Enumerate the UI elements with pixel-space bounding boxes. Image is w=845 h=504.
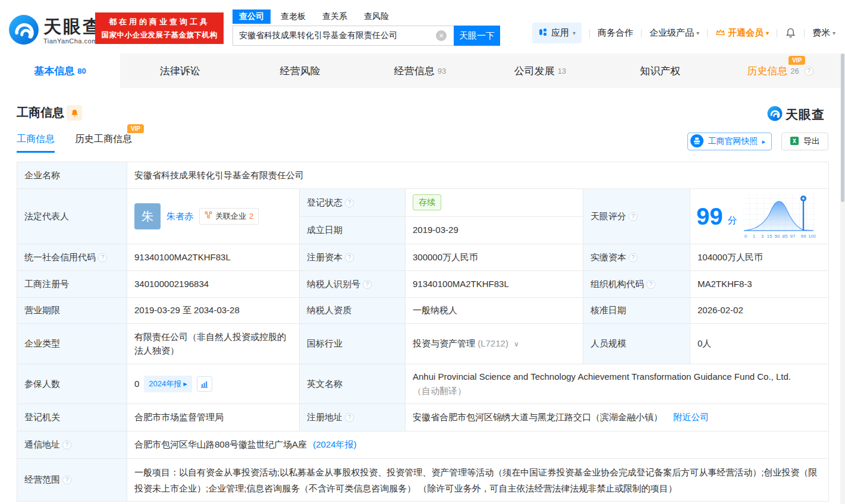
tab-count: 93	[438, 67, 446, 75]
reg-address-cell: 安徽省合肥市包河区锦绣大道与黑龙江路交口（滨湖金融小镇） 附近公司	[406, 404, 829, 431]
trend-chart-button[interactable]	[197, 376, 212, 392]
table-row: 企业类型 有限责任公司（非自然人投资或控股的法人独资） 国标行业 投资与资产管理…	[17, 324, 829, 364]
export-label: 导出	[803, 136, 820, 147]
annual-report-link[interactable]: (2024年报)	[313, 439, 356, 449]
field-label: 注册地址?	[300, 404, 406, 431]
tab-intellectual-property[interactable]: 知识产权	[600, 53, 720, 88]
field-label: 组织机构代码?	[583, 271, 690, 298]
help-icon[interactable]: ?	[629, 212, 637, 221]
search-tab-boss[interactable]: 查老板	[274, 10, 312, 24]
taxpayer-quality-value: 一般纳税人	[406, 298, 583, 324]
chevron-down-icon[interactable]: ∨	[514, 340, 519, 348]
clear-search-icon[interactable]: ✕	[436, 30, 447, 41]
nav-business-cooperation[interactable]: 商务合作	[598, 27, 633, 39]
scrollbar-track[interactable]	[840, 53, 845, 504]
field-label: 人员规模	[583, 324, 690, 364]
subtab-business-info[interactable]: 工商信息	[17, 133, 55, 153]
score-cell: 99 分	[690, 189, 829, 244]
subtabs: 工商信息 VIP 历史工商信息	[17, 133, 132, 153]
arrow-right-icon: ▸	[183, 378, 187, 390]
reg-number-value: 340100002196834	[127, 271, 300, 298]
vip-badge: VIP	[789, 56, 805, 65]
divider	[707, 29, 708, 37]
tab-operating-info[interactable]: 经营信息 93	[360, 53, 480, 88]
search-area: 查公司 查老板 查关系 查风险 ✕ 天眼一下	[233, 10, 500, 46]
business-scope-cell: 一般项目：以自有资金从事投资活动;以私募基金从事股权投资、投资管理、资产管理等活…	[127, 459, 829, 502]
tab-operating-risk[interactable]: 经营风险	[240, 53, 360, 88]
tab-basic-info[interactable]: 基本信息 80	[0, 53, 120, 88]
annual-report-badge[interactable]: 2024年报 ▸	[144, 376, 191, 392]
nav-open-vip[interactable]: 开通会员 ▾	[715, 27, 769, 39]
search-tab-company[interactable]: 查公司	[233, 10, 271, 24]
export-button[interactable]: 导出	[781, 133, 828, 150]
table-row: 参保人数 0 2024年报 ▸	[17, 364, 829, 404]
insured-count-value: 0	[134, 377, 139, 391]
mail-address-value: 合肥市包河区华山路808号徽盐世纪广场A座	[134, 439, 307, 449]
subtab-history-business-info[interactable]: VIP 历史工商信息	[75, 133, 132, 153]
promo-line-2: 国家中小企业发展子基金旗下机构	[102, 30, 218, 40]
arrow-right-icon: ▸	[762, 138, 765, 146]
field-label: 统一社会信用代码?	[17, 244, 127, 271]
help-icon[interactable]: ?	[345, 253, 354, 262]
tab-company-development[interactable]: 公司发展 13	[480, 53, 600, 88]
tab-label: 历史信息	[747, 64, 787, 78]
english-name-cell: Anhui Provincial Science and Technology …	[406, 364, 829, 404]
svg-text:100: 100	[808, 234, 816, 239]
search-input[interactable]	[233, 26, 454, 46]
help-icon[interactable]: ?	[62, 440, 71, 449]
help-icon[interactable]: ?	[629, 253, 637, 262]
help-icon[interactable]: ?	[62, 475, 71, 484]
mail-address-label: 通信地址	[24, 439, 60, 449]
field-label: 企业名称	[17, 162, 127, 189]
vip-badge: VIP	[127, 124, 144, 133]
related-companies-label: 关联企业	[215, 210, 246, 222]
promo-line-1: 都在用的商业查询工具	[109, 17, 210, 27]
staff-size-value: 0人	[690, 324, 829, 364]
tab-legal-proceedings[interactable]: 法律诉讼	[120, 53, 240, 88]
industry-code: (L7212)	[478, 338, 508, 348]
notifications-bell[interactable]	[785, 27, 796, 39]
scrollbar-thumb[interactable]	[841, 53, 844, 202]
table-row: 工商注册号 340100002196834 纳税人识别号? 91340100MA…	[17, 271, 829, 298]
subscribe-bell-button[interactable]	[67, 105, 82, 121]
tab-history-info[interactable]: VIP 历史信息 26 ?	[720, 53, 840, 88]
nav-enterprise-products[interactable]: 企业级产品 ▾	[649, 27, 699, 39]
auto-translate-note: （自动翻译）	[413, 385, 821, 398]
site-logo[interactable]: 天眼查 TianYanCha.com	[8, 14, 102, 48]
field-label: 工商注册号	[17, 271, 127, 298]
help-icon[interactable]: ?	[646, 280, 655, 289]
org-code-value: MA2TKHF8-3	[690, 271, 829, 298]
subtab-label: 历史工商信息	[75, 134, 132, 144]
help-icon[interactable]: ?	[345, 413, 354, 422]
taxpayer-id-label: 纳税人识别号	[307, 279, 360, 289]
related-companies-badge[interactable]: 关联企业 2	[199, 208, 259, 225]
nearby-companies-link[interactable]: 附近公司	[673, 412, 709, 422]
score-unit: 分	[728, 213, 737, 228]
stamp-icon	[690, 134, 703, 149]
field-label: 国标行业	[300, 324, 406, 364]
official-snapshot-button[interactable]: 工商官网快照 ▸	[687, 133, 772, 150]
help-icon[interactable]: ?	[345, 199, 354, 207]
table-row: 经营范围? 一般项目：以自有资金从事投资活动;以私募基金从事股权投资、投资管理、…	[17, 459, 829, 502]
search-button[interactable]: 天眼一下	[454, 26, 500, 46]
help-icon[interactable]: ?	[98, 253, 107, 262]
reg-authority-value: 合肥市市场监督管理局	[127, 404, 300, 431]
apps-menu[interactable]: 应用 ▾	[532, 23, 582, 43]
legal-representative-link[interactable]: 朱者赤	[167, 210, 193, 223]
help-icon[interactable]: ?	[805, 67, 813, 75]
svg-text:50: 50	[774, 234, 780, 239]
user-menu[interactable]: 费米 ▾	[812, 27, 835, 39]
credit-code-value: 91340100MA2TKHF83L	[127, 244, 300, 271]
org-code-label: 组织机构代码	[590, 279, 644, 289]
svg-text:97: 97	[790, 234, 795, 239]
field-label: 成立日期	[300, 216, 406, 244]
divider	[589, 29, 590, 37]
svg-text:15: 15	[767, 234, 772, 239]
divider	[804, 29, 805, 37]
search-tab-risk[interactable]: 查风险	[357, 10, 395, 24]
english-name-value: Anhui Provincial Science and Technology …	[413, 370, 821, 384]
field-label: 企业类型	[17, 324, 127, 364]
svg-text:3: 3	[761, 234, 764, 239]
search-tab-relation[interactable]: 查关系	[316, 10, 354, 24]
help-icon[interactable]: ?	[363, 280, 372, 289]
